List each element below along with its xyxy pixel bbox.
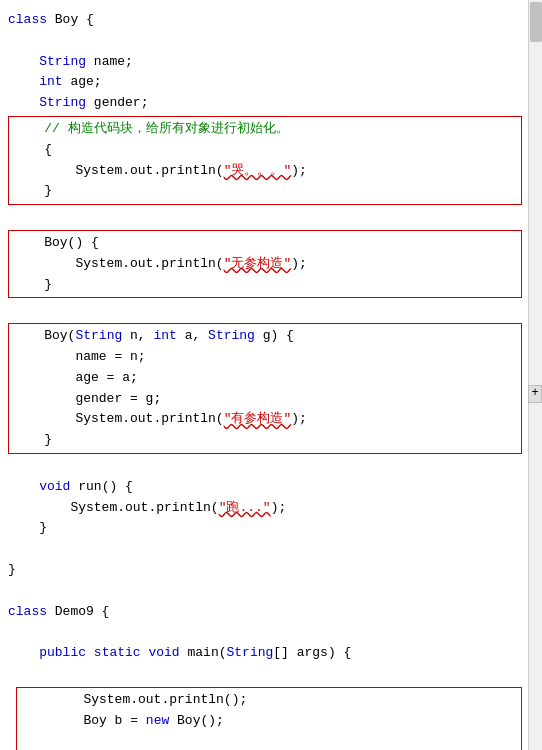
code-line (8, 456, 522, 477)
code-line: name = n; (13, 347, 517, 368)
code-line: void run() { (8, 477, 522, 498)
code-line: class Boy { (8, 10, 522, 31)
code-line (8, 622, 522, 643)
scrollbar[interactable] (528, 0, 542, 750)
code-line: Boy(String n, int a, String g) { (13, 326, 517, 347)
code-line: class Demo9 { (8, 602, 522, 623)
code-line: { (13, 140, 517, 161)
code-line (8, 581, 522, 602)
code-line: System.out.println("跑..."); (8, 498, 522, 519)
code-line (21, 731, 517, 750)
code-line (8, 664, 522, 685)
code-line: } (13, 430, 517, 451)
code-line: String gender; (8, 93, 522, 114)
code-line: age = a; (13, 368, 517, 389)
main-method-box: System.out.println(); Boy b = new Boy();… (16, 687, 522, 750)
code-line: public static void main(String[] args) { (8, 643, 522, 664)
param-constructor-box: Boy(String n, int a, String g) { name = … (8, 323, 522, 454)
code-line: // 构造代码块，给所有对象进行初始化。 (13, 119, 517, 140)
code-line: Boy() { (13, 233, 517, 254)
code-editor: class Boy { String name; int age; String… (0, 0, 542, 750)
code-line: int age; (8, 72, 522, 93)
code-line (8, 207, 522, 228)
code-line: } (13, 275, 517, 296)
code-line: String name; (8, 52, 522, 73)
code-line: } (8, 560, 522, 581)
code-line: } (8, 518, 522, 539)
code-line (8, 300, 522, 321)
code-line (8, 539, 522, 560)
code-line: gender = g; (13, 389, 517, 410)
constructor-block-box: // 构造代码块，给所有对象进行初始化。 { System.out.printl… (8, 116, 522, 205)
plus-button[interactable]: + (528, 385, 542, 403)
no-arg-constructor-box: Boy() { System.out.println("无参构造"); } (8, 230, 522, 298)
scrollbar-thumb[interactable] (530, 2, 542, 42)
code-line: System.out.println("有参构造"); (13, 409, 517, 430)
code-line: System.out.println("哭。。。"); (13, 161, 517, 182)
code-line: System.out.println(); (21, 690, 517, 711)
code-line: System.out.println("无参构造"); (13, 254, 517, 275)
code-line: } (13, 181, 517, 202)
code-line (8, 31, 522, 52)
code-line: Boy b = new Boy(); (21, 711, 517, 732)
